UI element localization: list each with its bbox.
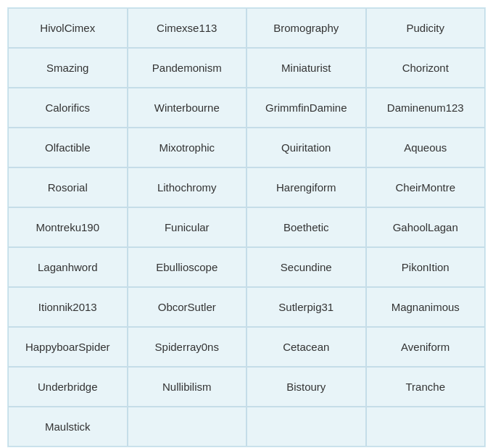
grid-item[interactable]: Rosorial — [8, 167, 128, 207]
grid-item[interactable]: Daminenum123 — [366, 88, 486, 128]
grid-item[interactable]: Secundine — [246, 247, 366, 287]
grid-item[interactable]: Sutlerpig31 — [246, 287, 366, 327]
grid-item[interactable]: Cimexse113 — [128, 8, 247, 48]
grid-item[interactable]: Olfactible — [8, 128, 128, 167]
grid-item[interactable]: ObcorSutler — [128, 287, 247, 327]
grid-item[interactable]: HivolCimex — [8, 8, 128, 48]
grid-item[interactable]: Bistoury — [246, 367, 366, 407]
grid-item[interactable]: Spiderray0ns — [128, 327, 247, 367]
grid-item-empty — [246, 407, 366, 447]
grid-item[interactable]: GahoolLagan — [366, 207, 486, 247]
grid-item[interactable]: GrimmfinDamine — [246, 88, 366, 128]
grid-item[interactable]: CheirMontre — [366, 167, 486, 207]
grid-item[interactable]: Magnanimous — [366, 287, 486, 327]
grid-item[interactable]: Chorizont — [366, 48, 486, 88]
grid-item[interactable]: Mixotrophic — [128, 128, 247, 167]
grid-item[interactable]: Pandemonism — [128, 48, 247, 88]
grid-item[interactable]: Harengiform — [246, 167, 366, 207]
grid-item[interactable]: HappyboarSpider — [8, 327, 128, 367]
grid-item[interactable]: Aqueous — [366, 128, 486, 167]
grid-item[interactable]: Underbridge — [8, 367, 128, 407]
grid-item[interactable]: Boethetic — [246, 207, 366, 247]
grid-item-empty — [128, 407, 247, 447]
grid-item[interactable]: Bromography — [246, 8, 366, 48]
grid-item[interactable]: Montreku190 — [8, 207, 128, 247]
grid-item[interactable]: Calorifics — [8, 88, 128, 128]
grid-item[interactable]: PikonItion — [366, 247, 486, 287]
grid-item[interactable]: Tranche — [366, 367, 486, 407]
grid-item[interactable]: Cetacean — [246, 327, 366, 367]
grid-item[interactable]: Itionnik2013 — [8, 287, 128, 327]
grid-item[interactable]: Miniaturist — [246, 48, 366, 88]
grid-item[interactable]: Laganhword — [8, 247, 128, 287]
grid-item[interactable]: Ebullioscope — [128, 247, 247, 287]
grid-item[interactable]: Nullibilism — [128, 367, 247, 407]
grid-item[interactable]: Aveniform — [366, 327, 486, 367]
grid-item-empty — [366, 407, 486, 447]
grid-item[interactable]: Funicular — [128, 207, 247, 247]
grid-item[interactable]: Lithochromy — [128, 167, 247, 207]
grid-item[interactable]: Quiritation — [246, 128, 366, 167]
grid-item[interactable]: Maulstick — [8, 407, 128, 447]
name-grid: HivolCimexCimexse113BromographyPudicityS… — [7, 7, 486, 447]
grid-item[interactable]: Smazing — [8, 48, 128, 88]
grid-item[interactable]: Winterbourne — [128, 88, 247, 128]
grid-item[interactable]: Pudicity — [366, 8, 486, 48]
